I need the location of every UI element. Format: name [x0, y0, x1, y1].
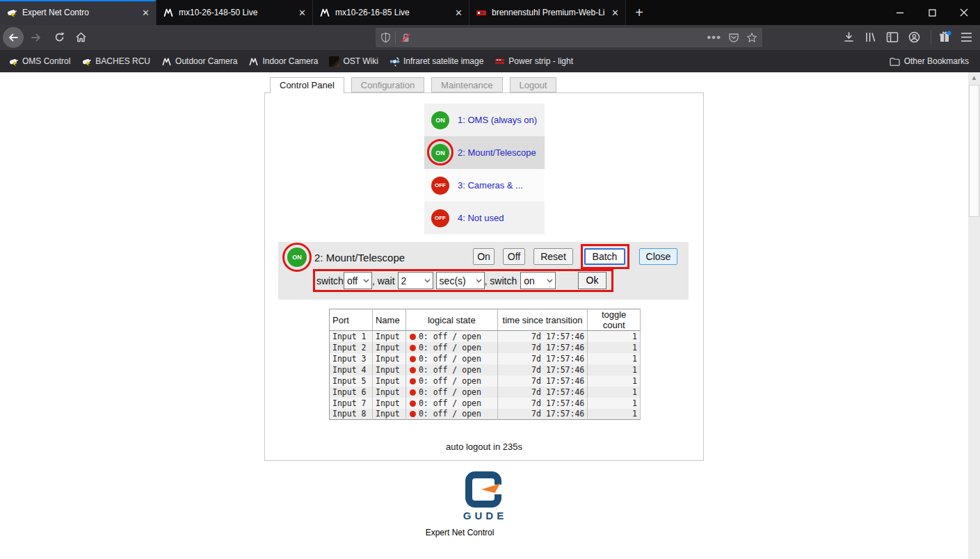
tab-logout[interactable]: Logout: [510, 77, 557, 92]
chevron-down-icon: [547, 279, 553, 283]
outlet-list: ON 1: OMS (always on) ON 2: Mount/Telesc…: [424, 104, 545, 234]
browser-tab-mx10-26-16-85[interactable]: mx10-26-16-85 Live ✕: [313, 0, 469, 25]
page-scrollbar[interactable]: ▲: [968, 72, 980, 559]
input-state-dot: [410, 367, 416, 373]
window-close-button[interactable]: [948, 0, 980, 25]
close-tab-icon[interactable]: ✕: [298, 8, 306, 17]
outlet-state-badge: OFF: [431, 177, 449, 195]
power-device-icon: [81, 56, 92, 67]
outlet-row-3[interactable]: OFF 3: Cameras & ...: [424, 169, 545, 202]
back-button[interactable]: [3, 27, 24, 48]
pocket-icon[interactable]: [728, 32, 739, 43]
app-name: Expert Net Control: [390, 528, 529, 537]
tab-title: mx10-26-148-50 Live: [179, 8, 294, 17]
switch2-select[interactable]: on: [520, 272, 556, 289]
toolbar-divider: [931, 31, 931, 44]
outlet-row-1[interactable]: ON 1: OMS (always on): [424, 104, 545, 136]
outlet-link[interactable]: 4: Not used: [458, 213, 504, 223]
reset-button[interactable]: Reset: [533, 248, 573, 265]
url-bar[interactable]: •••: [376, 28, 762, 47]
window-controls: [884, 0, 980, 25]
gude-logo: GUDE: [449, 471, 518, 521]
switch1-select[interactable]: off: [344, 272, 372, 289]
bookmark-baches-rcu[interactable]: BACHES RCU: [81, 56, 150, 67]
bookmark-indoor-camera[interactable]: Indoor Camera: [248, 56, 318, 67]
close-tab-icon[interactable]: ✕: [611, 8, 619, 17]
outlet-link[interactable]: 3: Cameras & ...: [458, 180, 523, 191]
mobotix-m-icon: [319, 7, 330, 18]
outlet-row-2-selected[interactable]: ON 2: Mount/Telescope: [424, 136, 545, 169]
bookmark-outdoor-camera[interactable]: Outdoor Camera: [161, 56, 237, 67]
browser-tab-brennenstuhl[interactable]: brennenstuhl Premium-Web-Li ✕: [469, 0, 626, 25]
sidebar-icon: [886, 31, 899, 43]
mobotix-m-icon: [163, 7, 174, 18]
menu-button[interactable]: [961, 32, 972, 42]
tab-title: mx10-26-16-85 Live: [335, 8, 450, 17]
switch-label: switch: [316, 275, 344, 286]
table-row: Input 2 Input 0: off / open 7d 17:57:46 …: [330, 342, 641, 353]
library-icon: [865, 31, 877, 43]
close-tab-icon[interactable]: ✕: [142, 8, 150, 17]
extension-gift-button[interactable]: [938, 31, 951, 44]
table-row: Input 1 Input 0: off / open 7d 17:57:46 …: [330, 331, 641, 342]
tab-control-panel[interactable]: Control Panel: [270, 77, 344, 93]
power-device-icon: [8, 56, 19, 67]
bookmark-power-strip-light[interactable]: Power strip - light: [495, 56, 573, 67]
scrollbar-thumb[interactable]: [969, 85, 979, 217]
tab-configuration[interactable]: Configuration: [351, 77, 424, 92]
page-actions-icon[interactable]: •••: [707, 31, 721, 44]
unit-select[interactable]: sec(s): [436, 272, 485, 289]
bookmark-oms-control[interactable]: OMS Control: [8, 56, 70, 67]
device-page-tabs: Control Panel Configuration Maintenance …: [270, 77, 556, 93]
dark-image-icon: [329, 56, 339, 67]
forward-arrow-icon: [31, 32, 42, 43]
new-tab-button[interactable]: +: [626, 0, 652, 25]
bookmark-infrared-satellite[interactable]: Infraret satelite image: [389, 56, 483, 67]
outlet-link[interactable]: 2: Mount/Telescope: [458, 147, 536, 158]
inputs-table: Port Name logical state time since trans…: [329, 309, 641, 420]
table-row: Input 6 Input 0: off / open 7d 17:57:46 …: [330, 387, 641, 398]
control-panel-container: ON 1: OMS (always on) ON 2: Mount/Telesc…: [264, 92, 704, 461]
sidebar-toggle-button[interactable]: [886, 31, 899, 43]
home-button[interactable]: [75, 31, 87, 43]
close-tab-icon[interactable]: ✕: [455, 8, 463, 17]
other-bookmarks-button[interactable]: Other Bookmarks: [890, 56, 969, 66]
ok-button[interactable]: Ok: [578, 272, 607, 289]
outlet-state-badge: ON: [431, 111, 449, 129]
browser-tab-expert-net-control[interactable]: Expert Net Contro ✕: [0, 0, 156, 25]
account-button[interactable]: [908, 31, 920, 43]
bookmark-star-icon[interactable]: [746, 32, 757, 43]
window-minimize-button[interactable]: [884, 0, 916, 25]
web-page-content: Control Panel Configuration Maintenance …: [0, 72, 980, 559]
close-button[interactable]: Close: [639, 248, 677, 265]
window-maximize-button[interactable]: [916, 0, 948, 25]
forward-button[interactable]: [31, 32, 42, 43]
table-row: Input 5 Input 0: off / open 7d 17:57:46 …: [330, 375, 641, 387]
account-icon: [908, 31, 920, 43]
downloads-button[interactable]: [843, 31, 855, 43]
outlet-link[interactable]: 1: OMS (always on): [458, 115, 537, 125]
table-row: Input 3 Input 0: off / open 7d 17:57:46 …: [330, 353, 641, 364]
outlet-row-4[interactable]: OFF 4: Not used: [424, 202, 545, 234]
reload-icon: [54, 31, 65, 43]
library-button[interactable]: [865, 31, 877, 43]
folder-icon: [890, 57, 900, 66]
batch-button[interactable]: Batch: [584, 248, 625, 265]
reload-button[interactable]: [54, 31, 65, 43]
wait-select[interactable]: 2: [398, 272, 433, 289]
wait-label: , wait: [372, 275, 395, 286]
download-icon: [843, 31, 855, 43]
scrollbar-up-arrow-icon[interactable]: ▲: [968, 74, 980, 81]
input-state-dot: [410, 400, 416, 407]
tracking-shield-icon[interactable]: [380, 32, 391, 43]
control-title: 2: Mount/Telescope: [314, 252, 405, 264]
tab-maintenance[interactable]: Maintenance: [431, 77, 502, 92]
browser-tab-mx10-26-148-50[interactable]: mx10-26-148-50 Live ✕: [156, 0, 313, 25]
table-row: Input 7 Input 0: off / open 7d 17:57:46 …: [330, 398, 641, 409]
bookmark-ost-wiki[interactable]: OST Wiki: [329, 56, 378, 67]
browser-tab-bar: Expert Net Contro ✕ mx10-26-148-50 Live …: [0, 0, 980, 25]
on-button[interactable]: On: [473, 248, 495, 265]
insecure-lock-icon[interactable]: [400, 32, 412, 44]
off-button[interactable]: Off: [503, 248, 525, 265]
batch-controls-annotated: switch off , wait 2 sec(s) , switch on: [313, 269, 613, 292]
